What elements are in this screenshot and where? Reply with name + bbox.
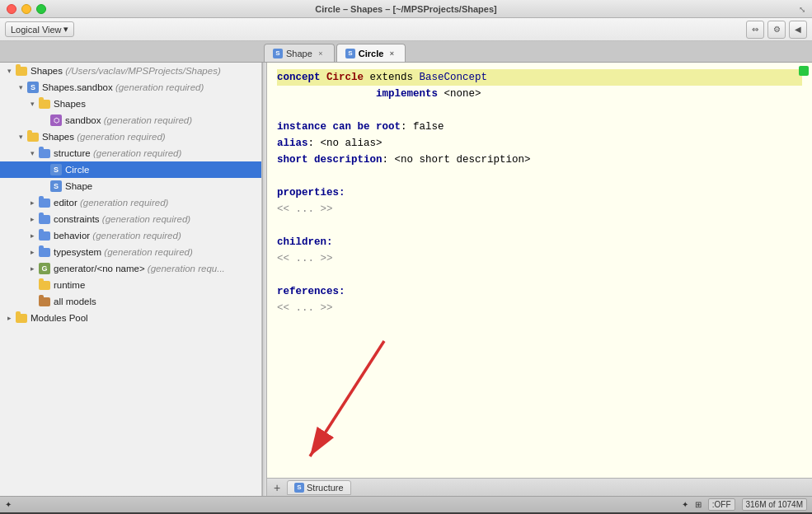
sandbox-icon: ⬡ (49, 114, 63, 127)
status-icon2: ✦ (682, 500, 688, 509)
shapes-root-icon (15, 64, 28, 77)
all-models-icon (38, 295, 51, 308)
behavior-gen: (generation required) (90, 231, 181, 241)
shapes-folder-arrow (26, 100, 38, 108)
title-bar-right: ⤡ (799, 3, 805, 15)
structure-folder-icon (38, 147, 51, 160)
constraints-arrow (26, 215, 38, 223)
code-line-10: references: (277, 283, 802, 300)
shapes-sandbox-label: Shapes.sandbox (42, 82, 113, 92)
structure-arrow (26, 149, 38, 157)
add-tab-button[interactable]: + (270, 481, 284, 494)
code-line-3: instance can be root: false (277, 119, 802, 135)
constraints-gen: (generation required) (100, 214, 191, 224)
sidebar-item-sandbox[interactable]: ⬡ sandbox (generation required) (0, 112, 261, 128)
sidebar-item-modules-pool[interactable]: Modules Pool (0, 310, 261, 326)
circle-tab-close[interactable]: × (387, 49, 397, 58)
annotation-arrow (285, 333, 417, 478)
code-line-7: << ... >> (277, 201, 802, 217)
shapes-gen-icon (26, 130, 40, 143)
typesystem-label: typesystem (54, 247, 101, 257)
editor-container: concept Circle extends BaseConcept imple… (267, 63, 812, 496)
constraints-folder-icon (38, 213, 51, 226)
all-models-label: all models (54, 297, 96, 306)
code-editor[interactable]: concept Circle extends BaseConcept imple… (267, 63, 812, 478)
sandbox-label: sandbox (65, 115, 101, 125)
toolbar: Logical View ▾ ⇔ ⚙ ◀ (0, 18, 812, 41)
shapes-folder-label: Shapes (54, 99, 86, 109)
logical-view-button[interactable]: Logical View ▾ (5, 21, 74, 37)
editor-gen: (generation required) (77, 198, 169, 208)
sidebar-item-shapes-folder[interactable]: Shapes (0, 96, 261, 112)
status-off-label: :OFF (712, 500, 731, 509)
shapes-folder-icon (38, 97, 51, 110)
split-button[interactable]: ⇔ (746, 21, 764, 39)
shapes-root-arrow (3, 67, 15, 75)
shape-label: Shape (65, 181, 92, 191)
sidebar-item-shapes-gen[interactable]: Shapes (generation required) (0, 128, 261, 145)
minimize-button[interactable] (21, 4, 31, 14)
sidebar-item-circle[interactable]: S Circle (0, 161, 261, 178)
shape-tab-label: Shape (286, 49, 312, 58)
behavior-arrow (26, 231, 38, 240)
sidebar-item-behavior[interactable]: behavior (generation required) (0, 227, 261, 244)
sidebar-item-editor[interactable]: editor (generation required) (0, 194, 261, 211)
circle-tab-icon: S (345, 49, 355, 58)
code-line-8: children: (277, 234, 802, 250)
code-line-5: short description: <no short description… (277, 152, 802, 168)
code-line-11: << ... >> (277, 300, 802, 316)
sidebar-item-constraints[interactable]: constraints (generation required) (0, 211, 261, 227)
main-layout: Shapes (/Users/vaclav/MPSProjects/Shapes… (0, 63, 812, 496)
sidebar-item-generator[interactable]: G generator/<no name> (generation requ..… (0, 260, 261, 277)
sidebar-item-structure[interactable]: structure (generation required) (0, 145, 261, 161)
window-controls[interactable] (7, 4, 46, 14)
typesystem-folder-icon (38, 245, 51, 259)
status-off[interactable]: :OFF (708, 498, 735, 511)
structure-gen: (generation required) (91, 148, 182, 158)
editor-label: editor (54, 198, 77, 208)
code-line-4: alias: <no alias> (277, 135, 802, 152)
code-line-2: implements <none> (277, 86, 802, 102)
editor-folder-icon (38, 196, 51, 209)
structure-tab-label: Structure (307, 483, 344, 493)
close-button[interactable] (7, 4, 16, 14)
structure-tab-icon: S (294, 483, 304, 493)
window-title: Circle – Shapes – [~/MPSProjects/Shapes] (315, 4, 496, 14)
logical-view-label: Logical View (11, 25, 62, 35)
shapes-root-label: Shapes (31, 66, 63, 76)
code-line-9: << ... >> (277, 250, 802, 267)
runtime-folder-icon (38, 278, 51, 292)
tab-shape[interactable]: S Shape × (264, 44, 335, 62)
back-button[interactable]: ◀ (789, 21, 807, 39)
status-memory: 316M of 1074M (742, 498, 808, 511)
sidebar-item-runtime[interactable]: runtime (0, 277, 261, 293)
title-bar: Circle – Shapes – [~/MPSProjects/Shapes]… (0, 0, 812, 18)
sidebar-item-shapes-root[interactable]: Shapes (/Users/vaclav/MPSProjects/Shapes… (0, 63, 261, 79)
tab-circle[interactable]: S Circle × (336, 44, 406, 62)
modules-pool-label: Modules Pool (31, 313, 88, 323)
typesystem-gen: (generation required) (101, 247, 193, 257)
status-memory-label: 316M of 1074M (746, 500, 804, 509)
tabs-bar: S Shape × S Circle × (0, 41, 812, 63)
generator-label: generator/<no name> (54, 264, 145, 273)
sandbox-gen: (generation required) (101, 115, 192, 125)
sidebar-item-shape[interactable]: S Shape (0, 178, 261, 194)
shapes-sandbox-gen: (generation required) (113, 82, 204, 92)
generator-arrow (26, 264, 38, 273)
typesystem-arrow (26, 248, 38, 256)
settings-button[interactable]: ⚙ (767, 21, 786, 39)
shape-tab-close[interactable]: × (316, 49, 326, 58)
structure-bottom-tab[interactable]: S Structure (287, 480, 351, 495)
shapes-sandbox-icon: S (26, 81, 40, 94)
sidebar-item-all-models[interactable]: all models (0, 293, 261, 310)
editor-arrow (26, 199, 38, 207)
circle-icon: S (49, 163, 63, 176)
shapes-sandbox-arrow (15, 83, 26, 91)
behavior-label: behavior (54, 231, 90, 241)
green-status-indicator (799, 66, 809, 76)
maximize-button[interactable] (36, 4, 46, 14)
shape-icon: S (49, 180, 63, 193)
status-icon: ✦ (5, 500, 12, 509)
sidebar-item-shapes-sandbox[interactable]: S Shapes.sandbox (generation required) (0, 79, 261, 96)
sidebar-item-typesystem[interactable]: typesystem (generation required) (0, 244, 261, 260)
